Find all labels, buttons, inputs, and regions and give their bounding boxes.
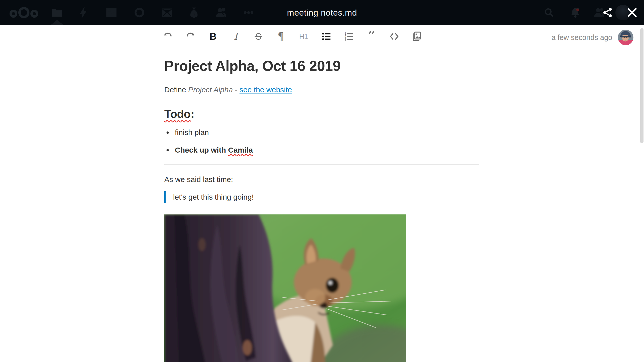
undo-icon xyxy=(162,31,173,42)
quote-icon: ” xyxy=(366,31,377,42)
squirrel-photo xyxy=(164,214,406,362)
ordered-list-button[interactable]: 1 2 3 xyxy=(338,28,360,45)
heading-button[interactable]: H1 xyxy=(292,28,315,45)
strikethrough-icon: S xyxy=(253,31,264,42)
ordered-list-icon: 1 2 3 xyxy=(343,31,354,42)
text-editor-toolbar: B I S ¶ H1 xyxy=(156,28,428,45)
redo-button[interactable] xyxy=(179,28,202,45)
close-viewer-button[interactable] xyxy=(621,0,643,25)
editor-user-avatar xyxy=(618,30,633,45)
horizontal-rule xyxy=(164,164,479,165)
avatar-image xyxy=(618,30,633,45)
svg-text:”: ” xyxy=(368,31,376,42)
blockquote: let's get this thing going! xyxy=(164,191,479,203)
svg-text:I: I xyxy=(234,31,239,42)
svg-text:¶: ¶ xyxy=(278,31,285,42)
intro-text: Define xyxy=(164,85,188,94)
bold-icon: B xyxy=(208,31,219,42)
pilcrow-icon: ¶ xyxy=(275,31,287,42)
close-icon xyxy=(627,7,638,18)
share-icon xyxy=(602,7,613,18)
embedded-image xyxy=(164,214,406,362)
insert-image-button[interactable] xyxy=(406,28,428,45)
website-link[interactable]: see the website xyxy=(239,85,292,94)
redo-icon xyxy=(185,31,196,42)
list-item-text: Check up with xyxy=(175,146,228,154)
misspelled-word: Camila xyxy=(228,146,253,154)
intro-paragraph: Define Project Alpha - see the website xyxy=(164,85,479,94)
top-header-bar: $ xyxy=(0,0,644,25)
bullet-list-icon xyxy=(321,31,332,42)
todo-heading-word: Todo xyxy=(164,108,191,120)
last-saved-label: a few seconds ago xyxy=(551,33,612,42)
undo-button[interactable] xyxy=(156,28,179,45)
svg-text:B: B xyxy=(210,31,217,42)
list-item: Check up with Camila xyxy=(173,146,479,154)
strikethrough-button[interactable]: S xyxy=(247,28,270,45)
unordered-list-button[interactable] xyxy=(315,28,338,45)
code-block-button[interactable] xyxy=(383,28,406,45)
intro-emphasis: Project Alpha xyxy=(188,85,233,94)
paragraph-button[interactable]: ¶ xyxy=(270,28,292,45)
list-item: finish plan xyxy=(173,128,479,137)
share-button[interactable] xyxy=(596,0,619,25)
italic-button[interactable]: I xyxy=(224,28,247,45)
intro-separator: - xyxy=(233,85,239,94)
insert-image-icon xyxy=(411,31,422,42)
scrollbar xyxy=(640,25,644,362)
viewer-file-title: meeting notes.md xyxy=(0,0,644,25)
nextcloud-text-editor: $ xyxy=(0,0,644,362)
italic-icon: I xyxy=(230,31,241,42)
code-icon xyxy=(389,31,400,42)
scrollbar-thumb[interactable] xyxy=(640,28,643,143)
heading-icon: H1 xyxy=(298,31,309,42)
body-paragraph: As we said last time: xyxy=(164,175,479,184)
svg-text:H1: H1 xyxy=(299,33,308,40)
bold-button[interactable]: B xyxy=(202,28,224,45)
todo-list: finish plan Check up with Camila xyxy=(164,128,479,154)
blockquote-button[interactable]: ” xyxy=(360,28,383,45)
todo-heading: Todo: xyxy=(164,108,479,121)
editor-status-row: a few seconds ago xyxy=(551,29,633,46)
document-title: Project Alpha, Oct 16 2019 xyxy=(164,58,479,74)
todo-heading-colon: : xyxy=(191,108,194,120)
document-editing-area[interactable]: Project Alpha, Oct 16 2019 Define Projec… xyxy=(164,25,479,362)
svg-text:3: 3 xyxy=(345,38,346,41)
